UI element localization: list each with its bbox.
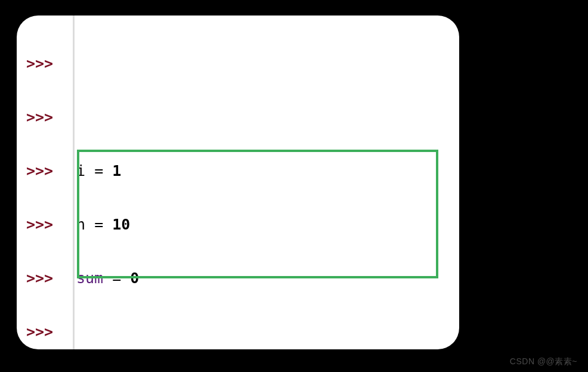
code-block: >>> >>> >>>i = 1 >>>n = 10 >>>sum = 0 >>… <box>26 19 402 349</box>
num-0: 0 <box>130 269 139 287</box>
prompt: >>> <box>26 162 66 180</box>
var-n: n <box>76 216 85 233</box>
prompt: >>> <box>26 269 66 287</box>
repl-line: >>>i = 1 <box>26 162 402 180</box>
op-eq: = <box>94 216 103 233</box>
repl-line: >>>sum = 0 <box>26 269 402 287</box>
repl-line: >>>n = 10 <box>26 216 402 234</box>
prompt: >>> <box>26 216 66 234</box>
repl-line: >>> <box>26 55 402 73</box>
repl-line: >>> <box>26 108 402 126</box>
var-i: i <box>76 162 85 179</box>
code-card: >>> >>> >>>i = 1 >>>n = 10 >>>sum = 0 >>… <box>17 16 459 349</box>
op-eq: = <box>94 162 103 179</box>
num-10: 10 <box>112 216 130 233</box>
op-eq: = <box>112 269 121 287</box>
num-1: 1 <box>112 162 121 179</box>
prompt: >>> <box>26 108 66 126</box>
prompt: >>> <box>26 55 66 73</box>
var-sum: sum <box>76 269 103 287</box>
watermark: CSDN @@素素~ <box>510 356 577 367</box>
prompt: >>> <box>26 323 66 341</box>
repl-line: >>> <box>26 323 402 341</box>
